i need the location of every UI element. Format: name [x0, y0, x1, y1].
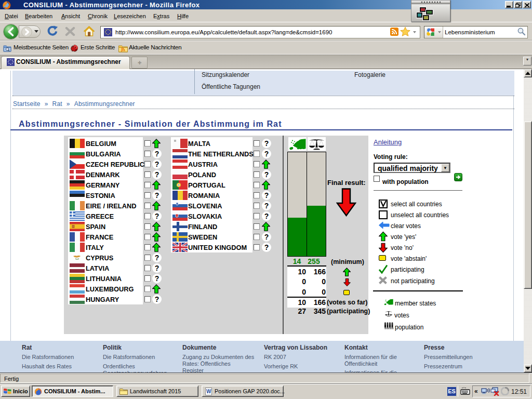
svg-text:W: W — [206, 389, 211, 394]
